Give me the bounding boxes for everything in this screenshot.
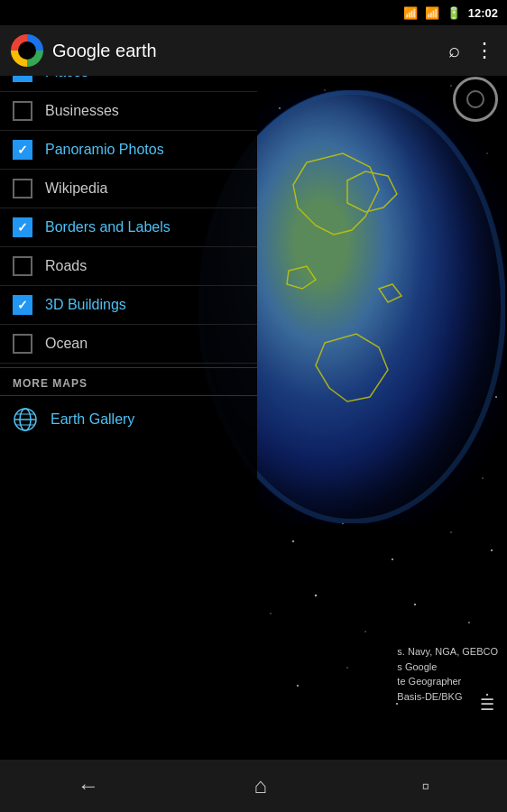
- layer-checkbox[interactable]: [13, 179, 32, 198]
- more-maps-label: Earth Gallery: [51, 411, 134, 428]
- app-icon: [11, 34, 43, 67]
- layer-label: Borders and Labels: [45, 219, 171, 235]
- recent-apps-button[interactable]: ▫: [404, 766, 448, 806]
- layer-item[interactable]: Roads: [0, 247, 257, 286]
- menu-lines-icon[interactable]: ☰: [480, 695, 494, 715]
- nav-bar: ← ⌂ ▫: [0, 760, 507, 812]
- layer-label: 3D Buildings: [45, 297, 126, 313]
- svg-point-48: [346, 667, 348, 669]
- layer-label: Wikipedia: [45, 180, 107, 197]
- layer-item[interactable]: Panoramio Photos: [0, 131, 257, 170]
- svg-point-47: [297, 685, 299, 687]
- app-title: Google earth: [52, 41, 157, 61]
- svg-point-41: [491, 549, 493, 551]
- more-maps-header: MORE MAPS: [0, 367, 257, 396]
- layer-item[interactable]: Wikipedia: [0, 170, 257, 208]
- app-logo: Google earth: [0, 34, 448, 67]
- layer-checkbox[interactable]: [13, 295, 32, 315]
- layer-checkbox[interactable]: [13, 217, 32, 237]
- search-icon[interactable]: ⌕: [448, 39, 460, 62]
- svg-point-44: [364, 631, 366, 632]
- battery-icon: 🔋: [447, 6, 461, 20]
- svg-point-10: [450, 85, 451, 86]
- svg-point-46: [468, 622, 470, 623]
- wifi-icon: 📶: [425, 6, 439, 20]
- status-time: 12:02: [468, 6, 498, 20]
- top-bar-actions: ⌕ ⋮: [448, 39, 507, 62]
- svg-point-40: [450, 531, 452, 533]
- layer-item[interactable]: Businesses: [0, 92, 257, 131]
- layer-checkbox[interactable]: [13, 334, 32, 354]
- layer-label: Businesses: [45, 103, 119, 119]
- attribution-line: s Google: [397, 660, 498, 675]
- attribution-line: te Geographer: [397, 674, 498, 689]
- home-button[interactable]: ⌂: [235, 766, 285, 806]
- layer-label: Roads: [45, 258, 87, 274]
- sidebar: LAYERS PlacesBusinessesPanoramio PhotosW…: [0, 25, 257, 812]
- more-maps-list: Earth Gallery: [0, 396, 257, 443]
- status-bar: 📶 📶 🔋 12:02: [0, 0, 507, 25]
- svg-point-45: [414, 604, 416, 605]
- layer-item[interactable]: Ocean: [0, 325, 257, 364]
- layer-checkbox[interactable]: [13, 140, 32, 160]
- svg-point-39: [392, 558, 393, 560]
- back-button[interactable]: ←: [60, 766, 117, 806]
- svg-point-42: [270, 613, 271, 614]
- layers-list: PlacesBusinessesPanoramio PhotosWikipedi…: [0, 53, 257, 364]
- svg-point-43: [315, 595, 317, 596]
- bluetooth-icon: 📶: [403, 6, 418, 20]
- attribution-line: s. Navy, NGA, GEBCO: [397, 644, 498, 660]
- layer-label: Panoramio Photos: [45, 142, 164, 158]
- layer-label: Ocean: [45, 336, 88, 352]
- layer-checkbox[interactable]: [13, 101, 32, 121]
- compass[interactable]: [453, 77, 498, 122]
- layer-item[interactable]: Borders and Labels: [0, 208, 257, 247]
- svg-point-37: [292, 540, 294, 542]
- layer-checkbox[interactable]: [13, 256, 32, 276]
- layer-item[interactable]: 3D Buildings: [0, 286, 257, 325]
- globe-icon: [13, 407, 38, 432]
- more-maps-item[interactable]: Earth Gallery: [0, 396, 257, 443]
- top-bar: Google earth ⌕ ⋮: [0, 25, 507, 76]
- overflow-menu-icon[interactable]: ⋮: [475, 39, 494, 62]
